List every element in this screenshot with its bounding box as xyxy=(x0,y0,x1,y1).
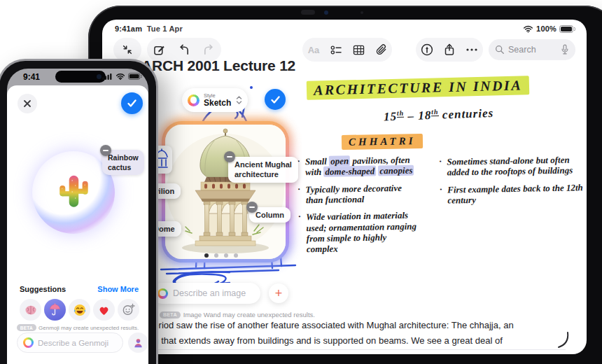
iphone-bezel: 9:41 xyxy=(0,61,156,364)
genmoji-beta-note: BETA Genmoji may create unexpected resul… xyxy=(7,324,148,331)
describe-genmoji-input[interactable]: Describe a Genmoji xyxy=(17,332,123,353)
show-more-link[interactable]: Show More xyxy=(97,285,139,293)
label-ancient-mughal[interactable]: Ancient Mughal architecture xyxy=(228,157,298,183)
brain-icon xyxy=(24,304,38,316)
image-wand-style-icon xyxy=(188,94,200,106)
rainbow-cactus-genmoji[interactable] xyxy=(55,172,92,214)
battery-icon xyxy=(128,73,142,80)
genmoji-confirm-button[interactable] xyxy=(121,92,143,114)
describe-image-input[interactable]: Describe an image xyxy=(151,283,260,304)
genmoji-close-button[interactable] xyxy=(18,94,37,113)
add-genmoji-icon xyxy=(122,303,135,316)
ipad-device: 9:41am Tue 1 Apr 100% Aa xyxy=(88,6,602,364)
label-text: Ancient Mughal xyxy=(234,160,292,169)
beta-badge: BETA xyxy=(17,324,36,331)
person-icon xyxy=(133,337,144,349)
suggestions-row xyxy=(20,299,139,321)
genmoji-sheet: Rainbow cactus Suggestions Show More xyxy=(7,85,148,364)
apple-intelligence-icon xyxy=(158,288,168,299)
ipad-screen: 9:41am Tue 1 Apr 100% Aa xyxy=(102,20,587,354)
suggestions-title: Suggestions xyxy=(20,285,66,293)
chevron-up-down-icon xyxy=(236,95,242,105)
heart-icon xyxy=(97,304,111,316)
style-label: Style xyxy=(204,93,236,99)
image-wand-beta-note: BETA Image Wand may create unexpected re… xyxy=(160,311,315,318)
image-variant-dots[interactable] xyxy=(204,253,238,258)
iphone-status-icons xyxy=(102,73,142,80)
add-image-button[interactable]: + xyxy=(269,284,288,303)
style-value: Sketch xyxy=(204,99,236,107)
suggestion-brain[interactable] xyxy=(20,299,41,321)
image-wand-confirm-button[interactable] xyxy=(265,89,286,110)
beta-text: Image Wand may create unexpected results… xyxy=(183,311,315,318)
iphone-time: 9:41 xyxy=(23,72,40,82)
plus-icon: + xyxy=(275,287,283,300)
wifi-icon xyxy=(115,73,125,80)
remove-label-column-button[interactable] xyxy=(246,202,258,213)
front-camera-icon xyxy=(97,74,102,79)
ipad-camera-icon xyxy=(324,10,328,15)
genmoji-person-button[interactable] xyxy=(128,332,148,353)
style-selector[interactable]: Style Sketch xyxy=(182,88,248,112)
suggestion-heart[interactable] xyxy=(93,299,115,321)
close-icon xyxy=(23,99,31,108)
checkmark-icon xyxy=(127,99,137,108)
checkmark-icon xyxy=(270,95,281,104)
describe-image-placeholder: Describe an image xyxy=(173,288,246,298)
label-text: Column xyxy=(255,211,284,219)
beta-text: Genmoji may create unexpected results. xyxy=(38,325,139,331)
remove-label-mughal-button[interactable] xyxy=(224,151,235,162)
iphone-screen: 9:41 xyxy=(7,69,148,364)
laughing-tears-icon xyxy=(73,303,87,317)
label-text: architecture xyxy=(234,169,292,179)
ipad-sensor-icon xyxy=(360,11,363,14)
remove-genmoji-label-button[interactable] xyxy=(100,145,111,156)
new-genmoji-button[interactable] xyxy=(118,299,139,321)
describe-genmoji-placeholder: Describe a Genmoji xyxy=(38,339,108,347)
beta-badge: BETA xyxy=(160,312,181,318)
apple-intelligence-icon xyxy=(23,337,34,348)
cellular-icon xyxy=(102,73,113,80)
iphone-device: 9:41 xyxy=(0,59,158,364)
chhatri-image xyxy=(165,125,286,259)
suggestion-umbrella[interactable] xyxy=(44,299,66,321)
umbrella-icon xyxy=(48,303,62,316)
stage: 9:41am Tue 1 Apr 100% Aa xyxy=(0,0,602,364)
dynamic-island xyxy=(55,71,106,83)
ipad-camera-module xyxy=(301,10,315,15)
suggestion-laughing-tears[interactable] xyxy=(69,299,90,321)
